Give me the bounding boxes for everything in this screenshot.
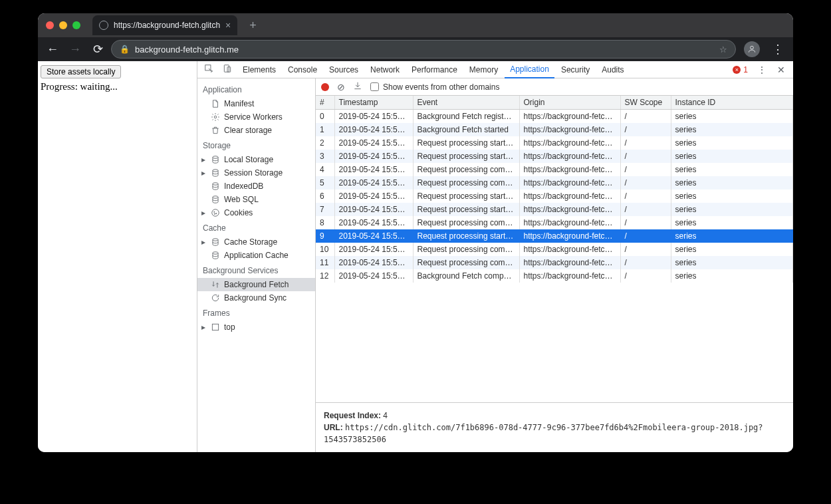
browser-menu-button[interactable]: ⋮	[768, 42, 788, 57]
swap-icon	[211, 280, 220, 289]
table-row[interactable]: 62019-05-24 15:5…Request processing star…	[316, 189, 793, 203]
progress-text: Progress: waiting...	[41, 81, 194, 92]
globe-icon	[99, 21, 108, 30]
url-label: URL:	[324, 423, 343, 432]
devtools-tab-application[interactable]: Application	[505, 61, 554, 78]
sidebar-section-frames: Frames	[197, 305, 315, 320]
titlebar: https://background-fetch.glitch × +	[38, 13, 793, 37]
col-header-event[interactable]: Event	[413, 96, 519, 110]
devtools-close-button[interactable]: ✕	[772, 64, 790, 75]
frame-icon	[211, 322, 220, 332]
svg-point-7	[213, 183, 218, 186]
db-icon	[211, 195, 220, 204]
svg-point-12	[214, 213, 215, 214]
events-table-wrap[interactable]: #TimestampEventOriginSW ScopeInstance ID…	[316, 96, 793, 403]
svg-point-9	[212, 209, 219, 217]
table-row[interactable]: 12019-05-24 15:5…Background Fetch starte…	[316, 123, 793, 136]
sidebar-item-manifest[interactable]: Manifest	[197, 97, 315, 110]
bookmark-star-icon[interactable]: ☆	[719, 45, 727, 55]
devtools-tab-console[interactable]: Console	[283, 61, 322, 78]
events-toolbar: ⊘ Show events from other domains	[316, 78, 793, 96]
show-other-domains-checkbox[interactable]: Show events from other domains	[370, 82, 499, 92]
table-row[interactable]: 102019-05-24 15:5…Request processing com…	[316, 243, 793, 256]
sidebar-item-web-sql[interactable]: Web SQL	[197, 193, 315, 206]
db-icon	[211, 237, 220, 247]
trash-icon	[211, 126, 220, 135]
table-row[interactable]: 02019-05-24 15:5…Background Fetch regist…	[316, 110, 793, 124]
sidebar-item-background-fetch[interactable]: Background Fetch	[197, 278, 315, 291]
devtools-menu-button[interactable]: ⋮	[753, 64, 771, 75]
svg-point-6	[213, 170, 218, 172]
sidebar-item-top[interactable]: ▸top	[197, 320, 315, 334]
profile-avatar[interactable]	[744, 41, 760, 57]
close-window-button[interactable]	[46, 21, 54, 29]
download-icon[interactable]	[353, 81, 362, 92]
devtools-tab-elements[interactable]: Elements	[237, 61, 281, 78]
devtools-tab-network[interactable]: Network	[365, 61, 405, 78]
close-tab-icon[interactable]: ×	[225, 20, 231, 31]
inspect-icon[interactable]	[200, 64, 217, 75]
col-header--[interactable]: #	[316, 96, 334, 110]
svg-point-8	[213, 196, 218, 199]
forward-button[interactable]: →	[66, 40, 84, 59]
cookie-icon	[211, 208, 220, 217]
device-toggle-icon[interactable]	[219, 64, 236, 75]
new-tab-button[interactable]: +	[249, 19, 257, 33]
table-row[interactable]: 52019-05-24 15:5…Request processing com……	[316, 176, 793, 189]
back-button[interactable]: ←	[43, 40, 62, 59]
devtools-tab-performance[interactable]: Performance	[406, 61, 463, 78]
sidebar-item-application-cache[interactable]: Application Cache	[197, 249, 315, 262]
request-index-label: Request Index:	[324, 411, 381, 420]
col-header-timestamp[interactable]: Timestamp	[334, 96, 413, 110]
devtools-tab-sources[interactable]: Sources	[324, 61, 364, 78]
devtools-tab-security[interactable]: Security	[556, 61, 595, 78]
store-assets-button[interactable]: Store assets locally	[41, 65, 121, 78]
table-row[interactable]: 92019-05-24 15:5…Request processing star…	[316, 229, 793, 243]
error-icon: ×	[733, 66, 741, 74]
sidebar-item-session-storage[interactable]: ▸Session Storage	[197, 166, 315, 180]
reload-button[interactable]: ⟳	[88, 40, 107, 59]
db-icon	[211, 168, 220, 178]
table-row[interactable]: 72019-05-24 15:5…Request processing star…	[316, 203, 793, 216]
person-icon	[747, 45, 757, 54]
col-header-origin[interactable]: Origin	[519, 96, 620, 110]
col-header-sw-scope[interactable]: SW Scope	[620, 96, 671, 110]
sidebar-item-cache-storage[interactable]: ▸Cache Storage	[197, 235, 315, 249]
sidebar-item-local-storage[interactable]: ▸Local Storage	[197, 153, 315, 166]
col-header-instance-id[interactable]: Instance ID	[671, 96, 793, 110]
sidebar-item-cookies[interactable]: ▸Cookies	[197, 206, 315, 219]
svg-rect-15	[212, 324, 218, 330]
maximize-window-button[interactable]	[72, 21, 80, 29]
error-badge[interactable]: × 1	[729, 65, 752, 74]
devtools-tab-audits[interactable]: Audits	[596, 61, 629, 78]
svg-point-13	[213, 239, 218, 241]
browser-tab[interactable]: https://background-fetch.glitch ×	[92, 15, 237, 35]
table-header-row: #TimestampEventOriginSW ScopeInstance ID	[316, 96, 793, 110]
svg-rect-2	[224, 65, 229, 72]
db-icon	[211, 251, 220, 260]
traffic-lights	[46, 21, 80, 29]
sidebar-item-service-workers[interactable]: Service Workers	[197, 110, 315, 124]
table-row[interactable]: 82019-05-24 15:5…Request processing com……	[316, 216, 793, 229]
sidebar-item-indexeddb[interactable]: IndexedDB	[197, 180, 315, 193]
svg-point-5	[213, 156, 218, 159]
sidebar-item-background-sync[interactable]: Background Sync	[197, 291, 315, 305]
db-icon	[211, 155, 220, 164]
table-row[interactable]: 32019-05-24 15:5…Request processing star…	[316, 150, 793, 163]
tab-title: https://background-fetch.glitch	[114, 21, 220, 30]
devtools-tab-memory[interactable]: Memory	[464, 61, 503, 78]
table-row[interactable]: 122019-05-24 15:5…Background Fetch comp……	[316, 269, 793, 283]
sidebar-item-clear-storage[interactable]: Clear storage	[197, 124, 315, 137]
table-row[interactable]: 22019-05-24 15:5…Request processing star…	[316, 136, 793, 150]
svg-point-4	[214, 116, 217, 118]
page-viewport: Store assets locally Progress: waiting..…	[38, 61, 197, 452]
url-bar[interactable]: 🔒 background-fetch.glitch.me ☆	[111, 40, 736, 59]
checkbox-input[interactable]	[370, 82, 379, 91]
table-row[interactable]: 42019-05-24 15:5…Request processing com……	[316, 163, 793, 176]
minimize-window-button[interactable]	[59, 21, 67, 29]
table-row[interactable]: 112019-05-24 15:5…Request processing com…	[316, 256, 793, 269]
devtools-tabstrip: ElementsConsoleSourcesNetworkPerformance…	[197, 61, 793, 78]
clear-icon[interactable]: ⊘	[337, 82, 345, 92]
devtools-panel: ElementsConsoleSourcesNetworkPerformance…	[197, 61, 793, 452]
record-button[interactable]	[321, 83, 329, 91]
